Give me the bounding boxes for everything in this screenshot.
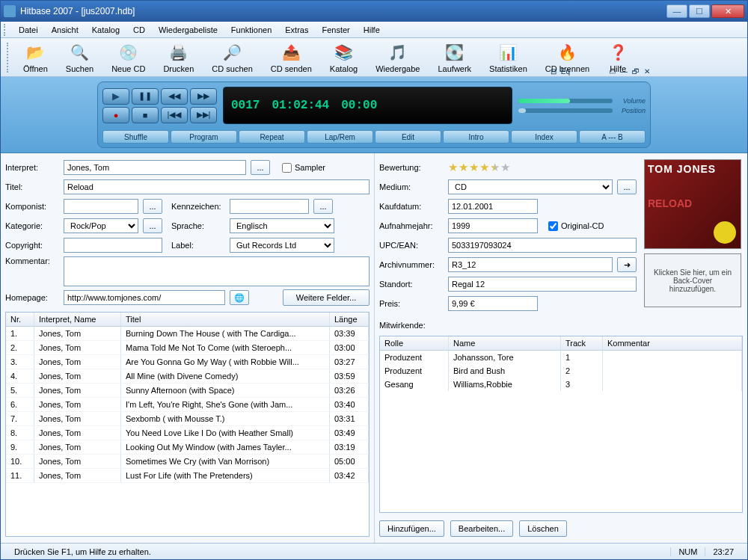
rewind-button[interactable]: ◀◀ xyxy=(161,88,188,105)
sprache-select[interactable]: Englisch xyxy=(230,218,334,233)
mode-edit[interactable]: Edit xyxy=(375,130,441,144)
archiv-input[interactable] xyxy=(448,257,613,272)
track-row[interactable]: 4.Jones, TomAll Mine (with Divene Comedy… xyxy=(6,369,369,384)
titel-input[interactable] xyxy=(64,179,370,194)
col-artist[interactable]: Interpret, Name xyxy=(34,313,121,326)
weitere-felder-button[interactable]: Weitere Felder... xyxy=(283,289,370,306)
participant-delete-button[interactable]: Löschen xyxy=(519,520,567,537)
toolbar-cd-suchen[interactable]: 🔎CD suchen xyxy=(212,42,252,73)
menu-cd[interactable]: CD xyxy=(127,23,151,37)
pcol-track[interactable]: Track xyxy=(561,336,603,350)
menu-hilfe[interactable]: Hilfe xyxy=(358,23,386,37)
track-row[interactable]: 5.Jones, TomSunny Afternoon (with Space)… xyxy=(6,384,369,398)
standort-input[interactable] xyxy=(448,277,637,292)
kategorie-select[interactable]: Rock/Pop xyxy=(64,218,138,233)
sampler-checkbox[interactable] xyxy=(282,163,292,173)
medium-select[interactable]: CD xyxy=(448,179,613,194)
player-min-icon[interactable]: — xyxy=(620,67,628,76)
komponist-input[interactable] xyxy=(64,199,138,214)
toolbar-neue-cd[interactable]: 💿Neue CD xyxy=(111,42,145,73)
track-row[interactable]: 8.Jones, TomYou Need Love Like I Do (wit… xyxy=(6,426,369,440)
toolbar-öffnen[interactable]: 📂Öffnen xyxy=(23,42,48,73)
upc-input[interactable] xyxy=(448,238,637,253)
mode-lap-rem[interactable]: Lap/Rem xyxy=(307,130,373,144)
minimize-button[interactable]: — xyxy=(666,4,687,18)
track-row[interactable]: 9.Jones, TomLooking Out My Window (with … xyxy=(6,440,369,455)
forward-button[interactable]: ▶▶ xyxy=(190,88,217,105)
mode-a-b[interactable]: A --- B xyxy=(579,130,646,144)
stop-button[interactable]: ■ xyxy=(132,107,159,123)
archiv-go-button[interactable]: ➜ xyxy=(617,257,637,272)
toolbar-wiedergabe[interactable]: 🎵Wiedergabe xyxy=(375,42,420,73)
maximize-button[interactable]: ☐ xyxy=(689,4,710,18)
toolbar-statistiken[interactable]: 📊Statistiken xyxy=(489,42,527,73)
menu-funktionen[interactable]: Funktionen xyxy=(225,23,278,37)
original-cd-checkbox[interactable] xyxy=(548,221,558,231)
track-row[interactable]: 1.Jones, TomBurning Down The House ( wit… xyxy=(6,327,369,341)
kaufdatum-input[interactable] xyxy=(448,199,538,214)
kennzeichen-browse-button[interactable]: ... xyxy=(313,199,333,214)
mode-program[interactable]: Program xyxy=(171,130,237,144)
track-row[interactable]: 3.Jones, TomAre You Gonna Go My Way ( wi… xyxy=(6,355,369,369)
pcol-comment[interactable]: Kommentar xyxy=(603,336,742,350)
menu-wiedergabeliste[interactable]: Wiedergabeliste xyxy=(153,23,224,37)
participant-row[interactable]: ProduzentJohansson, Tore1 xyxy=(380,351,742,364)
menu-fenster[interactable]: Fenster xyxy=(316,23,355,37)
toolbar-cd-senden[interactable]: 📤CD senden xyxy=(271,42,312,73)
rating-stars[interactable]: ★★★★★★ xyxy=(448,161,510,174)
homepage-go-button[interactable]: 🌐 xyxy=(230,290,249,305)
back-cover-placeholder[interactable]: Klicken Sie hier, um ein Back-Cover hinz… xyxy=(644,253,741,307)
col-title[interactable]: Titel xyxy=(121,313,330,326)
pcol-name[interactable]: Name xyxy=(449,336,561,350)
interpret-browse-button[interactable]: ... xyxy=(251,160,270,175)
track-row[interactable]: 2.Jones, TomMama Told Me Not To Come (wi… xyxy=(6,341,369,355)
track-row[interactable]: 10.Jones, TomSometimes We Cry (with Van … xyxy=(6,455,369,469)
mode-intro[interactable]: Intro xyxy=(443,130,509,144)
prev-track-button[interactable]: |◀◀ xyxy=(161,107,188,123)
player-window-icon[interactable]: 🗗 xyxy=(632,67,640,76)
aufnahmejahr-input[interactable] xyxy=(448,218,538,233)
menu-datei[interactable]: Datei xyxy=(13,23,44,37)
menu-katalog[interactable]: Katalog xyxy=(86,23,126,37)
toolbar-laufwerk[interactable]: 💽Laufwerk xyxy=(438,42,471,73)
kennzeichen-input[interactable] xyxy=(230,199,309,214)
kategorie-browse-button[interactable]: ... xyxy=(143,218,162,233)
toolbar-suchen[interactable]: 🔍Suchen xyxy=(66,42,94,73)
label-select[interactable]: Gut Records Ltd xyxy=(230,238,334,253)
pause-button[interactable]: ❚❚ xyxy=(132,88,159,105)
participant-add-button[interactable]: Hinzufügen... xyxy=(379,520,444,537)
participant-row[interactable]: ProduzentBird and Bush2 xyxy=(380,364,742,378)
participant-row[interactable]: GesangWilliams,Robbie3 xyxy=(380,378,742,391)
col-len[interactable]: Länge xyxy=(330,313,369,326)
track-row[interactable]: 11.Jones, TomLust For Life (with The Pre… xyxy=(6,469,369,483)
copyright-input[interactable] xyxy=(64,238,162,253)
komponist-browse-button[interactable]: ... xyxy=(143,199,162,214)
player-expand-icon[interactable]: ⊟ xyxy=(551,67,557,76)
menu-ansicht[interactable]: Ansicht xyxy=(46,23,85,37)
album-cover[interactable]: TOM JONES RELOAD xyxy=(644,159,741,249)
participant-edit-button[interactable]: Bearbeiten... xyxy=(450,520,513,537)
player-eq-icon[interactable]: Eq xyxy=(561,67,570,76)
volume-slider[interactable] xyxy=(518,99,613,103)
pcol-role[interactable]: Rolle xyxy=(380,336,449,350)
close-button[interactable]: ✕ xyxy=(711,4,744,18)
player-close-icon[interactable]: ✕ xyxy=(644,67,650,76)
interpret-input[interactable] xyxy=(64,160,246,175)
preis-input[interactable] xyxy=(448,296,538,311)
play-button[interactable]: ▶ xyxy=(102,88,129,105)
track-row[interactable]: 7.Jones, TomSexbomb ( with Mousse T.)03:… xyxy=(6,412,369,426)
toolbar-katalog[interactable]: 📚Katalog xyxy=(330,42,358,73)
player-dock-icon[interactable]: ▭ xyxy=(609,67,616,76)
col-nr[interactable]: Nr. xyxy=(6,313,34,326)
kommentar-input[interactable] xyxy=(64,256,370,286)
next-track-button[interactable]: ▶▶| xyxy=(190,107,217,123)
track-row[interactable]: 6.Jones, TomI'm Left, You're Right, She'… xyxy=(6,398,369,412)
medium-browse-button[interactable]: ... xyxy=(617,179,637,194)
position-slider[interactable] xyxy=(518,108,613,113)
mode-repeat[interactable]: Repeat xyxy=(239,130,305,144)
record-button[interactable]: ● xyxy=(102,107,129,123)
mode-index[interactable]: Index xyxy=(511,130,577,144)
homepage-input[interactable] xyxy=(64,290,225,305)
mode-shuffle[interactable]: Shuffle xyxy=(102,130,169,144)
menu-extras[interactable]: Extras xyxy=(279,23,314,37)
